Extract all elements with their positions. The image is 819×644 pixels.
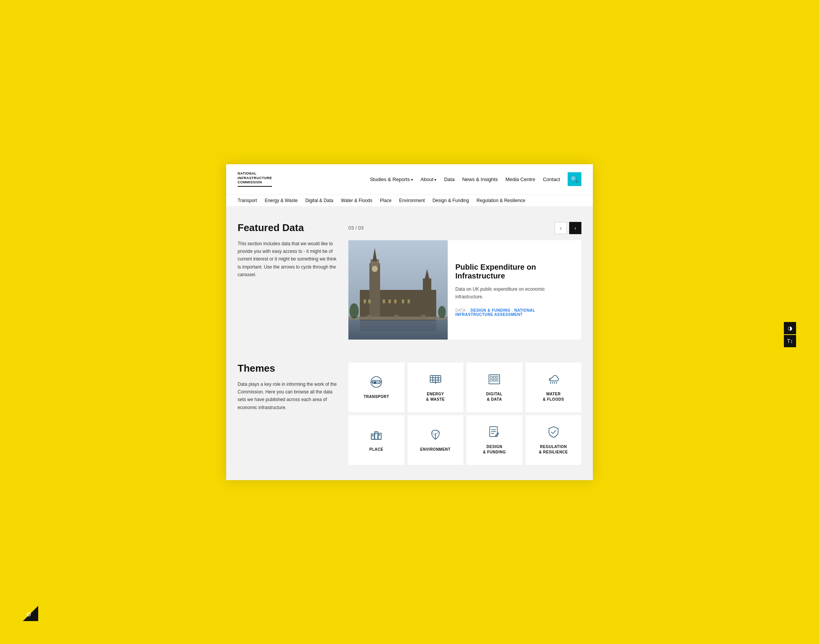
carousel-card: Public Expenditure on Infrastructure Dat… [348,240,581,340]
theme-transport-label: TRANSPORT [364,394,389,400]
theme-design-label: DESIGN& FUNDING [483,444,506,455]
transport-icon: U [369,375,383,389]
search-button[interactable]: 🔍 [568,172,581,186]
svg-rect-41 [496,379,498,381]
environment-icon [429,428,442,442]
carousel-tag-1[interactable]: DESIGN & FUNDING [471,308,511,312]
carousel-tags: DATA :: DESIGN & FUNDING , NATIONAL INFR… [455,308,574,317]
svg-line-45 [556,382,557,383]
carousel-count: 03 / 03 [348,225,364,231]
svg-text:U: U [374,381,376,384]
accessibility-panel: ◑ T↕ [784,322,796,347]
featured-right: 03 / 03 ‹ › [348,222,581,340]
carousel-title: Public Expenditure on Infrastructure [455,263,574,280]
svg-rect-46 [371,434,374,439]
svg-rect-13 [394,299,397,303]
svg-rect-10 [368,299,371,303]
logo[interactable]: NATIONALINFRASTRUCTURECOMMISSION [238,172,272,187]
subnav-transport[interactable]: Transport [238,198,257,203]
svg-rect-37 [494,376,495,378]
featured-left: Featured Data This section includes data… [238,222,337,340]
svg-rect-9 [364,299,366,303]
svg-point-5 [372,266,378,272]
theme-digital[interactable]: DIGITAL& DATA [466,362,523,412]
svg-rect-15 [408,299,410,303]
nav-media[interactable]: Media Centre [505,176,535,182]
nav-news[interactable]: News & Insights [462,176,498,182]
svg-rect-12 [388,299,391,303]
themes-left: Themes Data plays a key role in informin… [238,362,337,465]
themes-description: Data plays a key role in informing the w… [238,380,337,412]
svg-line-44 [554,382,555,383]
subnav-digital[interactable]: Digital & Data [305,198,333,203]
text-size-button[interactable]: T↕ [784,335,796,347]
carousel-arrows: ‹ › [555,222,581,234]
themes-heading: Themes [238,362,337,374]
theme-place-label: PLACE [369,447,383,452]
nav-studies[interactable]: Studies & Reports [370,176,413,182]
subnav-place[interactable]: Place [380,198,392,203]
svg-rect-52 [379,434,380,435]
carousel-tags-label: DATA :: [455,308,471,312]
carousel-prev[interactable]: ‹ [555,222,567,234]
svg-rect-39 [490,379,492,381]
svg-rect-7 [423,278,431,320]
svg-rect-11 [383,299,385,303]
place-icon [369,428,383,442]
subnav-water[interactable]: Water & Floods [341,198,372,203]
svg-rect-20 [360,320,436,331]
water-icon [547,372,560,386]
svg-rect-51 [376,433,377,434]
featured-data-section: Featured Data This section includes data… [238,222,581,340]
regulation-icon [547,425,560,439]
svg-rect-14 [402,299,404,303]
theme-place[interactable]: PLACE [348,415,405,465]
nav-contact[interactable]: Contact [543,176,560,182]
svg-point-22 [438,306,446,318]
header: NATIONALINFRASTRUCTURECOMMISSION Studies… [226,164,593,195]
design-icon [487,425,501,439]
featured-heading: Featured Data [238,222,337,234]
svg-point-21 [350,303,359,319]
svg-line-43 [552,382,553,383]
carousel-image [348,240,448,340]
main-nav: Studies & Reports About Data News & Insi… [370,172,581,186]
svg-rect-40 [494,379,495,381]
subnav-regulation[interactable]: Regulation & Resilience [477,198,525,203]
theme-energy-label: ENERGY& WASTE [426,392,445,402]
svg-line-42 [550,382,551,383]
carousel-next[interactable]: › [569,222,581,234]
theme-design[interactable]: DESIGN& FUNDING [466,415,523,465]
theme-environment[interactable]: ENVIRONMENT [408,415,464,465]
main-content: Featured Data This section includes data… [226,207,593,480]
featured-description: This section includes data that we would… [238,240,337,279]
svg-rect-50 [372,435,373,436]
logo-text: NATIONALINFRASTRUCTURECOMMISSION [238,172,272,187]
nav-about[interactable]: About [421,176,437,182]
theme-digital-label: DIGITAL& DATA [486,392,503,402]
carousel-header: 03 / 03 ‹ › [348,222,581,234]
contrast-button[interactable]: ◑ [784,322,796,334]
carousel-desc: Data on UK public expenditure on economi… [455,286,574,300]
energy-icon [429,372,442,386]
theme-environment-label: ENVIRONMENT [420,447,450,452]
theme-water[interactable]: WATER& FLOODS [526,362,582,412]
theme-energy[interactable]: ENERGY& WASTE [408,362,464,412]
svg-rect-48 [378,433,381,439]
theme-water-label: WATER& FLOODS [543,392,564,402]
theme-regulation-label: REGULATION& RESILIENCE [539,444,568,455]
subnav-environment[interactable]: Environment [399,198,425,203]
carousel-info: Public Expenditure on Infrastructure Dat… [448,240,581,340]
svg-rect-36 [490,376,492,378]
svg-rect-38 [496,376,498,378]
digital-icon [487,372,501,386]
subnav-energy[interactable]: Energy & Waste [265,198,298,203]
theme-transport[interactable]: U TRANSPORT [348,362,405,412]
theme-regulation[interactable]: REGULATION& RESILIENCE [526,415,582,465]
nav-data[interactable]: Data [444,176,454,182]
sub-nav: Transport Energy & Waste Digital & Data … [226,195,593,207]
settings-icon[interactable]: ⚙ [26,611,31,618]
subnav-design[interactable]: Design & Funding [432,198,469,203]
themes-section: Themes Data plays a key role in informin… [238,362,581,465]
themes-grid: U TRANSPORT [348,362,581,465]
